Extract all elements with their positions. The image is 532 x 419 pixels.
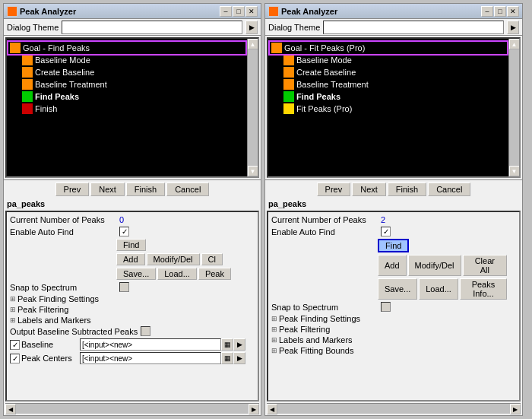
cancel-btn-right[interactable]: Cancel	[428, 183, 470, 196]
baseline-btn1-left[interactable]: ▦	[221, 338, 233, 351]
close-btn-left[interactable]: ✕	[245, 6, 258, 17]
peaks-count-value-right: 2	[381, 215, 385, 224]
modify-btn-right[interactable]: Modify/Del	[408, 255, 461, 276]
cl-btn-left[interactable]: Cl	[201, 253, 223, 265]
dialog-theme-bar-left: Dialog Theme ▶	[4, 19, 261, 36]
tree-label-2-right: Create Baseline	[296, 68, 356, 77]
snap-checkbox-left[interactable]	[119, 282, 129, 292]
prev-btn-left[interactable]: Prev	[55, 183, 90, 196]
tree-label-4-right: Find Peaks	[296, 92, 340, 101]
tree-item-3-left[interactable]: Baseline Treatment	[8, 78, 245, 90]
tree-label-5-right: Fit Peaks (Pro)	[296, 104, 352, 113]
dialog-theme-combo-right[interactable]	[323, 21, 504, 34]
tree-item-1-right[interactable]: Baseline Mode	[270, 54, 507, 66]
scroll-down-left[interactable]: ▼	[248, 166, 258, 176]
tree-icon-2-right	[283, 67, 294, 78]
title-bar-left: Peak Analyzer – □ ✕	[4, 4, 261, 19]
minimize-btn-left[interactable]: –	[220, 6, 232, 17]
left-window: Peak Analyzer – □ ✕ Dialog Theme ▶ Goal …	[3, 3, 261, 416]
expand-icon-1-left: ⊞	[10, 306, 16, 313]
tree-icon-2-left	[22, 67, 33, 78]
peak-centers-btn1-left[interactable]: ▦	[221, 352, 233, 364]
section-label-3-right: Peak Fitting Bounds	[279, 346, 353, 355]
snap-checkbox-right[interactable]	[381, 302, 391, 312]
section-0-right[interactable]: ⊞ Peak Finding Settings	[271, 314, 507, 323]
find-btn-left[interactable]: Find	[116, 239, 146, 251]
dialog-theme-combo-left[interactable]	[62, 21, 242, 34]
scroll-left-left[interactable]: ◀	[5, 404, 16, 414]
auto-find-checkbox-left[interactable]: ✓	[119, 227, 129, 236]
clear-all-btn-right[interactable]: Clear All	[463, 255, 507, 276]
scroll-left-right[interactable]: ◀	[267, 404, 277, 414]
tree-icon-3-left	[22, 79, 33, 90]
cancel-btn-left[interactable]: Cancel	[166, 183, 209, 196]
next-btn-left[interactable]: Next	[90, 183, 125, 196]
peak-centers-btn2-left[interactable]: ▶	[233, 352, 245, 364]
tree-scrollbar-left: ▲ ▼	[247, 39, 258, 176]
section-0-left[interactable]: ⊞ Peak Finding Settings	[10, 294, 245, 303]
prev-btn-right[interactable]: Prev	[317, 183, 351, 196]
tree-item-0-left[interactable]: Goal - Find Peaks	[8, 42, 245, 54]
save-btn-right[interactable]: Save...	[378, 278, 417, 300]
load-btn-right[interactable]: Load...	[419, 278, 458, 300]
baseline-btn2-left[interactable]: ▶	[233, 338, 245, 351]
tree-item-5-right[interactable]: Fit Peaks (Pro)	[270, 103, 507, 115]
next-btn-right[interactable]: Next	[352, 183, 386, 196]
baseline-row-left: ✓ Baseline [<input><new> ▦ ▶	[10, 338, 245, 351]
peak-centers-checkbox-left[interactable]: ✓	[10, 354, 20, 363]
minimize-btn-right[interactable]: –	[481, 6, 493, 17]
panel-content-right: Current Number of Peaks 2 Enable Auto Fi…	[267, 211, 521, 402]
scroll-right-left[interactable]: ▶	[249, 404, 259, 414]
tree-item-1-left[interactable]: Baseline Mode	[8, 54, 245, 66]
add-btn-right[interactable]: Add	[378, 255, 407, 276]
theme-arrow-right[interactable]: ▶	[507, 21, 519, 34]
peak-btn-left[interactable]: Peak	[198, 268, 231, 280]
scroll-right-right[interactable]: ▶	[510, 404, 521, 414]
title-bar-right: Peak Analyzer – □ ✕	[265, 4, 522, 19]
nav-buttons-right: Prev Next Finish Cancel	[265, 179, 522, 198]
snap-label-left: Snap to Spectrum	[10, 283, 116, 292]
expand-icon-0-left: ⊞	[10, 295, 16, 303]
auto-find-row-left: Enable Auto Find ✓	[10, 227, 245, 236]
peak-centers-input-left[interactable]: [<input><new>	[80, 352, 221, 364]
baseline-checkbox-left[interactable]: ✓	[10, 340, 20, 350]
tree-item-0-right[interactable]: Goal - Fit Peaks (Pro)	[270, 42, 507, 54]
tree-item-2-left[interactable]: Create Baseline	[8, 66, 245, 78]
section-2-left[interactable]: ⊞ Labels and Markers	[10, 316, 245, 325]
auto-find-checkbox-right[interactable]: ✓	[381, 227, 391, 236]
tree-item-4-right[interactable]: Find Peaks	[270, 90, 507, 103]
theme-arrow-left[interactable]: ▶	[245, 21, 258, 34]
window-title-right: Peak Analyzer	[281, 7, 337, 16]
add-btn-left[interactable]: Add	[116, 253, 145, 265]
modify-btn-left[interactable]: Modify/Del	[147, 253, 200, 265]
tree-label-5-left: Finish	[35, 104, 57, 113]
section-2-right[interactable]: ⊞ Labels and Markers	[271, 335, 507, 344]
auto-find-label-right: Enable Auto Find	[271, 227, 378, 236]
title-controls-right: – □ ✕	[481, 6, 519, 17]
tree-item-5-left[interactable]: Finish	[8, 103, 245, 115]
section-3-right[interactable]: ⊞ Peak Fitting Bounds	[271, 346, 507, 355]
finish-btn-right[interactable]: Finish	[388, 183, 426, 196]
save-btn-left[interactable]: Save...	[116, 268, 156, 280]
bottom-scrollbar-right: ◀ ▶	[267, 403, 521, 414]
finish-btn-left[interactable]: Finish	[126, 183, 165, 196]
section-1-right[interactable]: ⊞ Peak Filtering	[271, 325, 507, 334]
scroll-up-right[interactable]: ▲	[509, 39, 520, 49]
restore-btn-left[interactable]: □	[233, 6, 245, 17]
section-1-left[interactable]: ⊞ Peak Filtering	[10, 305, 245, 314]
peaks-info-btn-right[interactable]: Peaks Info...	[460, 278, 507, 300]
load-btn-left[interactable]: Load...	[157, 268, 197, 280]
output-checkbox-left[interactable]	[141, 326, 150, 336]
tree-icon-4-right	[283, 91, 294, 102]
baseline-input-left[interactable]: [<input><new>	[80, 338, 221, 351]
scroll-up-left[interactable]: ▲	[248, 39, 258, 49]
app-icon-right	[268, 6, 279, 17]
app-icon-left	[7, 6, 17, 17]
close-btn-right[interactable]: ✕	[507, 6, 519, 17]
tree-item-3-right[interactable]: Baseline Treatment	[270, 78, 507, 90]
restore-btn-right[interactable]: □	[494, 6, 506, 17]
tree-item-4-left[interactable]: Find Peaks	[8, 90, 245, 103]
find-btn-right[interactable]: Find	[378, 239, 409, 252]
scroll-down-right[interactable]: ▼	[509, 166, 520, 176]
tree-item-2-right[interactable]: Create Baseline	[270, 66, 507, 78]
